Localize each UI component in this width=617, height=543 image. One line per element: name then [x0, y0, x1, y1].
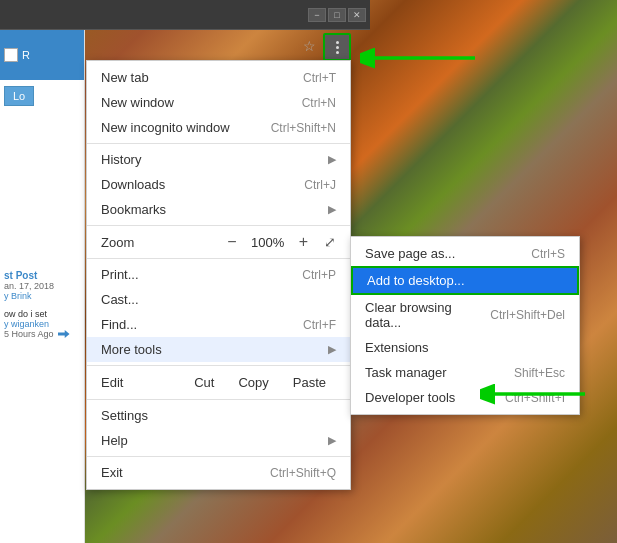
- menu-item-new-incognito[interactable]: New incognito window Ctrl+Shift+N: [87, 115, 350, 140]
- star-icon[interactable]: ☆: [303, 38, 316, 54]
- zoom-out-button[interactable]: −: [223, 233, 240, 251]
- sidebar-asker: y wiganken: [4, 319, 80, 329]
- menu-item-more-tools[interactable]: More tools ▶: [87, 337, 350, 362]
- three-dots-icon: [336, 41, 339, 54]
- menu-arrow: [480, 375, 590, 416]
- zoom-in-button[interactable]: +: [295, 233, 312, 251]
- sidebar-time: 5 Hours Ago: [4, 329, 80, 339]
- zoom-value: 100%: [249, 235, 287, 250]
- dot1: [336, 41, 339, 44]
- sidebar-post-label: st Post: [4, 270, 80, 281]
- menu-item-history[interactable]: History ▶: [87, 147, 350, 172]
- menu-item-exit[interactable]: Exit Ctrl+Shift+Q: [87, 460, 350, 485]
- sidebar-post-date: an. 17, 2018: [4, 281, 80, 291]
- copy-button[interactable]: Copy: [228, 373, 278, 392]
- top-arrow: [360, 38, 480, 81]
- edit-row: Edit Cut Copy Paste: [87, 369, 350, 396]
- sidebar-post-area: st Post an. 17, 2018 y Brink ow do i set…: [0, 266, 84, 343]
- menu-item-settings[interactable]: Settings: [87, 403, 350, 428]
- close-button[interactable]: ✕: [348, 8, 366, 22]
- divider-6: [87, 456, 350, 457]
- sidebar-header: R: [0, 30, 84, 80]
- sidebar-question: ow do i set: [4, 309, 80, 319]
- menu-item-bookmarks[interactable]: Bookmarks ▶: [87, 197, 350, 222]
- window-controls: − □ ✕: [308, 8, 366, 22]
- minimize-button[interactable]: −: [308, 8, 326, 22]
- cut-button[interactable]: Cut: [184, 373, 224, 392]
- zoom-row: Zoom − 100% + ⤢: [87, 229, 350, 255]
- submenu-item-extensions[interactable]: Extensions: [351, 335, 579, 360]
- menu-item-new-tab[interactable]: New tab Ctrl+T: [87, 65, 350, 90]
- sidebar-checkbox[interactable]: [4, 48, 18, 62]
- dot3: [336, 51, 339, 54]
- login-button[interactable]: Lo: [4, 86, 34, 106]
- sidebar-checkbox-label: R: [22, 49, 30, 61]
- fullscreen-button[interactable]: ⤢: [324, 234, 336, 250]
- chrome-dropdown-menu: New tab Ctrl+T New window Ctrl+N New inc…: [86, 60, 351, 490]
- sidebar-post-author: y Brink: [4, 291, 80, 301]
- restore-button[interactable]: □: [328, 8, 346, 22]
- menu-arrow-svg: [480, 375, 590, 413]
- menu-item-help[interactable]: Help ▶: [87, 428, 350, 453]
- submenu-item-clear-browsing[interactable]: Clear browsing data... Ctrl+Shift+Del: [351, 295, 579, 335]
- submenu-item-save-page[interactable]: Save page as... Ctrl+S: [351, 241, 579, 266]
- divider-4: [87, 365, 350, 366]
- divider-5: [87, 399, 350, 400]
- menu-item-downloads[interactable]: Downloads Ctrl+J: [87, 172, 350, 197]
- menu-item-cast[interactable]: Cast...: [87, 287, 350, 312]
- divider-3: [87, 258, 350, 259]
- menu-item-new-window[interactable]: New window Ctrl+N: [87, 90, 350, 115]
- menu-item-find[interactable]: Find... Ctrl+F: [87, 312, 350, 337]
- sidebar: R Lo st Post an. 17, 2018 y Brink ow do …: [0, 30, 85, 543]
- divider-2: [87, 225, 350, 226]
- browser-top-bar: − □ ✕: [0, 0, 370, 30]
- menu-item-print[interactable]: Print... Ctrl+P: [87, 262, 350, 287]
- chrome-menu-button[interactable]: [323, 33, 351, 61]
- submenu-item-add-to-desktop[interactable]: Add to desktop...: [351, 266, 579, 295]
- dot2: [336, 46, 339, 49]
- top-arrow-svg: [360, 38, 480, 78]
- divider-1: [87, 143, 350, 144]
- paste-button[interactable]: Paste: [283, 373, 336, 392]
- time-arrow-icon: [58, 330, 70, 338]
